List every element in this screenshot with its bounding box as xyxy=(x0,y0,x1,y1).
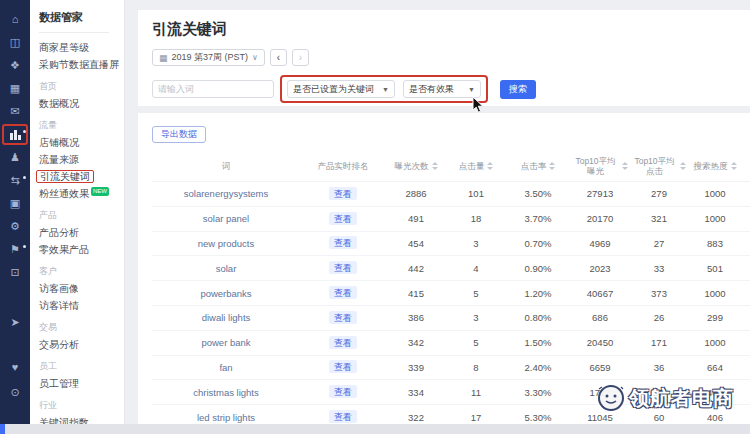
notification-dot xyxy=(23,245,26,248)
sidebar-item[interactable]: 交易分析 xyxy=(39,337,124,353)
sort-icon[interactable] xyxy=(731,162,737,170)
security-icon[interactable]: ❖ xyxy=(0,54,30,77)
sidebar-section-label: 流量 xyxy=(39,119,124,132)
sidebar-item[interactable]: 引流关键词 xyxy=(39,169,124,185)
sidebar-section-label: 行业 xyxy=(39,399,124,412)
message-icon[interactable]: ✉ xyxy=(0,100,30,123)
sidebar-item-label: 零效果产品 xyxy=(39,244,89,255)
send-icon[interactable]: ➤ xyxy=(0,311,30,334)
media-icon[interactable]: ⊡ xyxy=(0,261,30,284)
keyword-cell: diwali lights xyxy=(152,312,300,323)
home-icon[interactable]: ⌂ xyxy=(0,8,30,31)
prev-week-button[interactable]: ‹ xyxy=(270,49,287,66)
keyword-set-dropdown[interactable]: 是否已设置为关键词 ▼ xyxy=(287,80,395,98)
view-rank-link[interactable]: 查看 xyxy=(329,336,357,349)
rank-cell: 查看 xyxy=(300,386,386,399)
week-selector-value: 2019 第37周 (PST) xyxy=(172,51,249,64)
watermark-logo-icon xyxy=(596,383,626,413)
apps-icon[interactable]: ▦ xyxy=(0,77,30,100)
sidebar-item-label: 粉丝通效果 xyxy=(39,188,89,199)
rank-cell: 查看 xyxy=(300,411,386,424)
sidebar-item[interactable]: 数据概况 xyxy=(39,96,124,112)
keyword-cell: fan xyxy=(152,362,300,373)
view-rank-link[interactable]: 查看 xyxy=(329,261,357,274)
search-button[interactable]: 搜索 xyxy=(500,80,536,99)
top10-exposure-cell: 11045 xyxy=(570,412,630,423)
business-icon[interactable]: ⚑ xyxy=(0,238,30,261)
sort-icon[interactable] xyxy=(432,162,438,170)
icon-rail: ⌂◫❖▦✉♟⇆▣⚙⚑⊡➤♥⊙ xyxy=(0,0,30,424)
sidebar-item[interactable]: 关键词指数 xyxy=(39,415,124,424)
sidebar-item[interactable]: 采购节数据直播屏 xyxy=(39,57,124,73)
view-rank-link[interactable]: 查看 xyxy=(329,311,357,324)
table-row: solarenergysystems查看28861013.50%27913279… xyxy=(152,181,750,206)
table-header-row: 词产品实时排名曝光次数点击量点击率Top10平均曝光Top10平均点击搜索热度 xyxy=(152,151,750,181)
view-rank-link[interactable]: 查看 xyxy=(329,360,357,373)
app-title: 数据管家 xyxy=(39,10,124,25)
sort-icon[interactable] xyxy=(622,162,628,170)
export-data-button[interactable]: 导出数据 xyxy=(152,126,206,143)
contacts-icon[interactable]: ♟ xyxy=(0,146,30,169)
sidebar-item-label: 交易分析 xyxy=(39,339,79,350)
annotation-box-dropdowns: 是否已设置为关键词 ▼ 是否有效果 ▼ xyxy=(280,75,488,103)
heat-cell: 1000 xyxy=(688,213,742,224)
sidebar-item[interactable]: 商家星等级 xyxy=(39,40,124,56)
sort-icon[interactable] xyxy=(487,162,493,170)
rank-cell: 查看 xyxy=(300,237,386,250)
view-rank-link[interactable]: 查看 xyxy=(329,286,357,299)
exposure-cell: 491 xyxy=(386,213,446,224)
view-rank-link[interactable]: 查看 xyxy=(329,385,357,398)
column-header: Top10平均点击 xyxy=(630,156,688,176)
store-icon[interactable]: ◫ xyxy=(0,31,30,54)
caret-down-icon: ▼ xyxy=(468,86,475,93)
sort-icon[interactable] xyxy=(549,162,555,170)
view-rank-link[interactable]: 查看 xyxy=(329,187,357,200)
keyword-cell: solarenergysystems xyxy=(152,188,300,199)
week-selector[interactable]: ▦ 2019 第37周 (PST) ∨ xyxy=(152,49,265,66)
ctr-cell: 0.70% xyxy=(506,238,570,249)
view-rank-link[interactable]: 查看 xyxy=(329,410,357,423)
sort-icon[interactable] xyxy=(680,162,686,170)
analytics-icon[interactable] xyxy=(0,123,30,146)
column-header-label: 曝光次数 xyxy=(395,161,429,171)
sidebar-item[interactable]: 店铺概况 xyxy=(39,135,124,151)
sidebar-item[interactable]: 零效果产品 xyxy=(39,242,124,258)
keyword-search-input[interactable] xyxy=(152,80,274,98)
top10-clicks-cell: 321 xyxy=(630,213,688,224)
favorites-icon[interactable]: ♥ xyxy=(0,356,30,379)
ctr-cell: 2.40% xyxy=(506,362,570,373)
clicks-cell: 8 xyxy=(446,362,506,373)
exposure-cell: 454 xyxy=(386,238,446,249)
next-week-button[interactable]: › xyxy=(292,49,309,66)
effect-dropdown[interactable]: 是否有效果 ▼ xyxy=(403,80,481,98)
exposure-cell: 415 xyxy=(386,288,446,299)
view-rank-link[interactable]: 查看 xyxy=(329,236,357,249)
scrollbar-thumb[interactable] xyxy=(0,424,5,434)
view-rank-link[interactable]: 查看 xyxy=(329,212,357,225)
camera-icon[interactable]: ⊙ xyxy=(0,381,30,404)
sidebar-item[interactable]: 员工管理 xyxy=(39,376,124,392)
sidebar-item[interactable]: 访客画像 xyxy=(39,281,124,297)
sidebar-item[interactable]: 粉丝通效果NEW xyxy=(39,186,124,202)
exposure-cell: 339 xyxy=(386,362,446,373)
clicks-cell: 5 xyxy=(446,288,506,299)
transfer-icon[interactable]: ⇆ xyxy=(0,169,30,192)
table-panel: 导出数据 词产品实时排名曝光次数点击量点击率Top10平均曝光Top10平均点击… xyxy=(138,113,750,424)
package-icon[interactable]: ▣ xyxy=(0,192,30,215)
column-header-label: 搜索热度 xyxy=(694,161,728,171)
ctr-cell: 5.30% xyxy=(506,412,570,423)
top10-exposure-cell: 2023 xyxy=(570,263,630,274)
calendar-icon: ▦ xyxy=(159,53,168,63)
sidebar-item[interactable]: 访客详情 xyxy=(39,298,124,314)
column-header-label: 产品实时排名 xyxy=(318,161,369,171)
sidebar-item-label: 产品分析 xyxy=(39,227,79,238)
settings-icon[interactable]: ⚙ xyxy=(0,215,30,238)
exposure-cell: 334 xyxy=(386,387,446,398)
clicks-cell: 18 xyxy=(446,213,506,224)
clicks-cell: 17 xyxy=(446,412,506,423)
heat-cell: 1000 xyxy=(688,188,742,199)
sidebar-item[interactable]: 流量来源 xyxy=(39,152,124,168)
column-header: Top10平均曝光 xyxy=(570,156,630,176)
sidebar-item[interactable]: 产品分析 xyxy=(39,225,124,241)
exposure-cell: 2886 xyxy=(386,188,446,199)
